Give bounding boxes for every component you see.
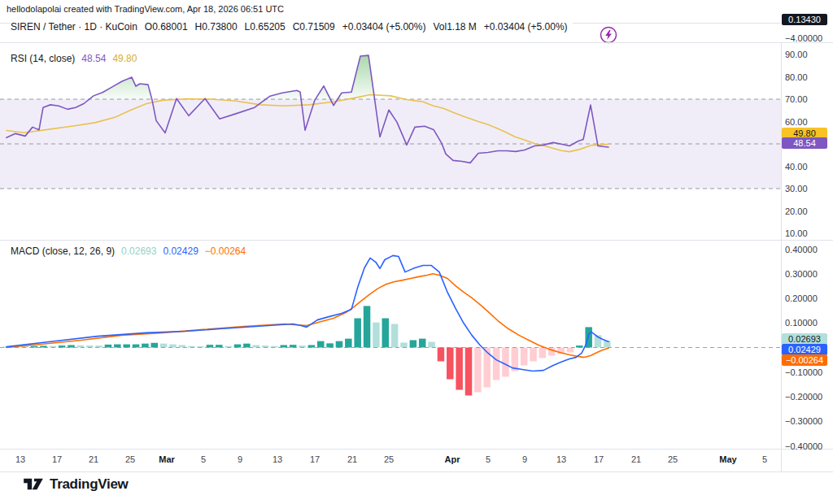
tradingview-logo-text: TradingView xyxy=(50,476,129,493)
rsi-ma-value: 49.80 xyxy=(112,53,137,64)
histogram-bar xyxy=(438,348,445,362)
histogram-bar xyxy=(373,323,380,348)
rsi-axis-label: 30.00 xyxy=(785,184,808,193)
histogram-bar xyxy=(169,345,177,348)
rsi-badge: 48.54 xyxy=(782,137,827,149)
macd-signal-badge: −0.00264 xyxy=(782,354,827,366)
rsi-axis-label: 90.00 xyxy=(785,50,808,59)
price-change: +0.03404 (+5.00%) xyxy=(342,21,426,33)
time-axis-label: May xyxy=(719,454,736,464)
time-axis-label: 21 xyxy=(347,454,357,464)
macd-axis-label: −0.40000 xyxy=(785,441,822,451)
macd-label: MACD (close, 12, 26, 9) xyxy=(11,245,115,257)
symbol-legend: SIREN / Tether · 1D · KuCoin O0.68001 H0… xyxy=(11,21,573,33)
rsi-value: 48.54 xyxy=(81,53,106,64)
rsi-label: RSI (14, close) xyxy=(11,53,75,64)
time-axis-label: 17 xyxy=(594,454,604,464)
histogram-bar xyxy=(354,319,361,348)
histogram-bar xyxy=(105,345,112,348)
histogram-bar xyxy=(345,339,352,348)
time-axis-label: 25 xyxy=(668,454,678,464)
volume-value: Vol1.18 M xyxy=(433,21,476,33)
ohlc-open: O0.68001 xyxy=(145,21,188,33)
macd-axis-label: 0.20000 xyxy=(785,293,818,303)
histogram-bar xyxy=(539,348,547,358)
histogram-bar xyxy=(521,348,528,366)
rsi-axis-label: 40.00 xyxy=(785,162,808,172)
macd-axis-label: −0.30000 xyxy=(785,416,822,426)
volume-change: +0.03404 (+5.00%) xyxy=(484,21,568,33)
histogram-bar xyxy=(234,345,242,348)
time-axis-label: 5 xyxy=(201,454,206,464)
footer-border xyxy=(0,471,833,472)
macd-line-badge: 0.02429 xyxy=(782,344,827,355)
histogram-bar xyxy=(400,342,408,347)
time-axis-label: 17 xyxy=(52,454,62,464)
histogram-bar xyxy=(410,340,416,347)
rsi-overbought-fill xyxy=(89,77,152,99)
histogram-bar xyxy=(428,342,435,348)
macd-axis-label: −0.10000 xyxy=(785,367,822,377)
time-axis-label: Mar xyxy=(159,454,175,464)
pane-separator-rsi-macd[interactable] xyxy=(0,240,833,241)
rsi-axis-label: 80.00 xyxy=(785,72,808,82)
price-last-badge: 0.13430 xyxy=(782,14,827,25)
time-axis-label: 21 xyxy=(631,454,641,464)
ohlc-high: H0.73800 xyxy=(195,21,238,33)
histogram-bar xyxy=(336,341,343,348)
time-axis-label: 9 xyxy=(522,454,527,464)
rsi-pane-legend: RSI (14, close) 48.54 49.80 xyxy=(11,53,142,64)
histogram-bar xyxy=(456,348,463,390)
histogram-bar xyxy=(114,345,121,348)
rsi-overbought-fill xyxy=(266,90,301,99)
time-axis-label: Apr xyxy=(445,454,460,464)
histogram-bar xyxy=(391,324,399,347)
histogram-bar xyxy=(382,319,390,348)
time-axis-label: 25 xyxy=(125,454,135,464)
histogram-bar xyxy=(364,306,371,347)
attribution-text: hellodolapolai created with TradingView.… xyxy=(7,4,284,14)
histogram-bar xyxy=(567,348,574,353)
time-axis-label: 13 xyxy=(556,454,566,464)
macd-axis-label: 0.10000 xyxy=(785,318,818,328)
rsi-axis-label: 60.00 xyxy=(785,117,808,127)
macd-axis-label: −0.20000 xyxy=(785,392,822,402)
rsi-axis-label: 10.00 xyxy=(785,228,808,238)
chart-snapshot: hellodolapolai created with TradingView.… xyxy=(0,0,833,504)
pane-separator-top xyxy=(0,42,833,43)
time-axis-label: 9 xyxy=(238,454,242,464)
macd-signal-value: −0.00264 xyxy=(205,245,246,257)
histogram-bar xyxy=(326,343,334,347)
histogram-bar xyxy=(502,348,509,377)
signal-line xyxy=(7,274,608,358)
rsi-axis-label: 20.00 xyxy=(785,206,808,216)
tradingview-logo[interactable]: TradingView xyxy=(23,476,129,493)
time-axis-label: 5 xyxy=(486,454,491,464)
histogram-bar xyxy=(465,348,473,396)
histogram-bar xyxy=(530,348,537,362)
macd-hist-value: 0.02693 xyxy=(121,245,156,257)
macd-axis-label: 0.30000 xyxy=(785,269,818,279)
histogram-bar xyxy=(160,344,168,348)
symbol-title: SIREN / Tether · 1D · KuCoin xyxy=(11,21,137,33)
price-axis-label: −4.00000 xyxy=(785,33,822,43)
histogram-bar xyxy=(604,341,611,347)
time-axis-label: 13 xyxy=(15,454,25,464)
histogram-bar xyxy=(419,339,426,348)
ohlc-close: C0.71509 xyxy=(293,21,335,33)
histogram-bar xyxy=(243,344,251,348)
histogram-bar xyxy=(447,348,454,380)
histogram-bar xyxy=(317,341,325,348)
time-axis-label: 25 xyxy=(384,454,394,464)
time-axis-label: 21 xyxy=(89,454,98,464)
macd-line-value: 0.02429 xyxy=(163,245,198,257)
ohlc-low: L0.65205 xyxy=(245,21,286,33)
rsi-axis-label: 70.00 xyxy=(785,94,808,104)
histogram-bar xyxy=(474,348,482,393)
macd-pane-legend: MACD (close, 12, 26, 9) 0.02693 0.02429 … xyxy=(11,245,251,257)
time-axis-label: 5 xyxy=(762,454,767,464)
histogram-bar xyxy=(123,345,130,348)
tradingview-logo-mark xyxy=(23,476,44,493)
macd-axis-label: 0.40000 xyxy=(785,245,818,254)
time-axis-label: 13 xyxy=(273,454,282,464)
